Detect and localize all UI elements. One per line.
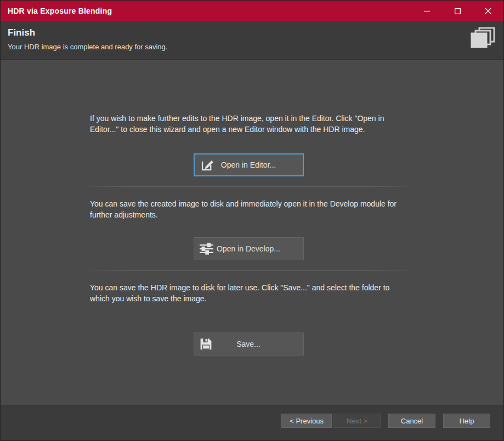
save-instructions: You can save the HDR image to disk for l… <box>90 282 404 304</box>
wizard-header: Finish Your HDR image is complete and re… <box>1 21 503 60</box>
cancel-button[interactable]: Cancel <box>388 414 435 428</box>
save-floppy-icon <box>199 337 213 351</box>
close-button[interactable] <box>473 1 503 21</box>
stacked-photos-icon <box>471 27 496 52</box>
next-button[interactable]: Next > <box>333 414 381 428</box>
minimize-icon <box>424 8 430 14</box>
page-subtitle: Your HDR image is complete and ready for… <box>8 43 495 51</box>
maximize-button[interactable] <box>442 1 473 21</box>
wizard-content: If you wish to make further edits to the… <box>1 60 503 405</box>
open-in-editor-button[interactable]: Open in Editor... <box>194 153 304 176</box>
save-label: Save... <box>236 340 261 348</box>
section-open-in-develop: You can save the created image to disk a… <box>90 198 404 282</box>
hdr-wizard-window: HDR via Exposure Blending Finish Your HD… <box>0 0 504 441</box>
editor-instructions: If you wish to make further edits to the… <box>90 113 404 135</box>
open-in-develop-button[interactable]: Open in Develop... <box>194 237 304 260</box>
maximize-icon <box>455 8 461 14</box>
section-save: You can save the HDR image to disk for l… <box>90 282 404 356</box>
save-button[interactable]: Save... <box>194 333 304 356</box>
open-in-editor-label: Open in Editor... <box>221 161 276 169</box>
wizard-footer: < Previous Next > Cancel Help <box>1 405 503 440</box>
previous-button[interactable]: < Previous <box>281 414 332 428</box>
window-controls <box>411 1 503 21</box>
help-button[interactable]: Help <box>443 414 490 428</box>
close-icon <box>485 8 491 14</box>
develop-instructions: You can save the created image to disk a… <box>90 198 404 220</box>
window-title: HDR via Exposure Blending <box>1 7 112 15</box>
titlebar[interactable]: HDR via Exposure Blending <box>1 1 503 21</box>
section-open-in-editor: If you wish to make further edits to the… <box>90 113 404 198</box>
edit-pencil-icon <box>200 158 214 173</box>
develop-sliders-icon <box>199 242 214 256</box>
minimize-button[interactable] <box>411 1 442 21</box>
open-in-develop-label: Open in Develop... <box>217 244 280 253</box>
page-title: Finish <box>8 27 495 38</box>
